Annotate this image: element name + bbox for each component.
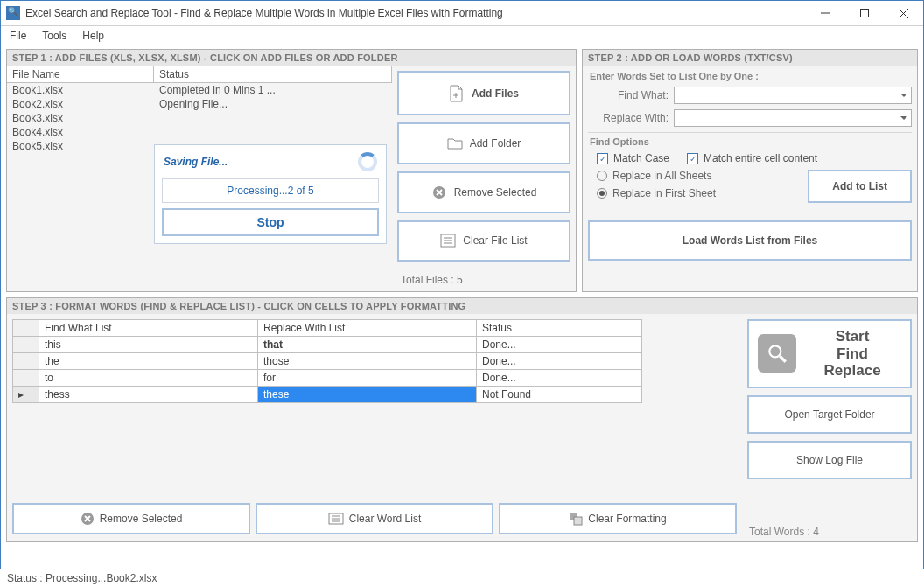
svg-point-22: [769, 346, 780, 358]
file-grid-header: File Name Status: [7, 66, 392, 83]
total-words-label: Total Words : 4: [747, 522, 912, 538]
folder-icon: [447, 136, 463, 151]
window-title: Excel Search and Replace Tool - Find & R…: [25, 7, 805, 19]
replace-all-sheets-radio[interactable]: Replace in All Sheets: [597, 170, 716, 182]
svg-line-23: [780, 357, 786, 363]
minimize-button[interactable]: [805, 1, 844, 25]
step1-panel: STEP 1 : ADD FILES (XLS, XLSX, XLSM) - C…: [6, 49, 577, 292]
word-row[interactable]: thethoseDone...: [13, 353, 642, 370]
row-header-blank: [13, 320, 39, 337]
start-find-replace-button[interactable]: StartFindReplace: [747, 319, 912, 388]
check-icon: ✓: [687, 153, 698, 164]
step2-header: STEP 2 : ADD OR LOAD WORDS (TXT/CSV): [583, 50, 917, 66]
step3-header: STEP 3 : FORMAT WORDS (FIND & REPLACE LI…: [7, 298, 917, 314]
svg-rect-1: [860, 10, 868, 17]
clear-word-list-button[interactable]: Clear Word List: [256, 503, 494, 534]
app-icon: [6, 6, 20, 20]
replace-with-label: Replace With:: [588, 112, 668, 124]
menu-bar: File Tools Help: [1, 26, 923, 45]
clear-format-icon: [569, 512, 583, 526]
grid-header-row: Find What List Replace With List Status: [13, 320, 642, 337]
step2-panel: STEP 2 : ADD OR LOAD WORDS (TXT/CSV) Ent…: [582, 49, 918, 292]
file-row[interactable]: Book2.xlsxOpening File...: [7, 97, 392, 111]
open-target-folder-button[interactable]: Open Target Folder: [747, 395, 912, 434]
remove-icon: [80, 512, 94, 526]
remove-word-button[interactable]: Remove Selected: [12, 503, 250, 534]
file-grid[interactable]: File Name Status Book1.xlsxCompleted in …: [7, 66, 392, 290]
total-files-label: Total Files : 5: [397, 269, 570, 286]
start-button-label: StartFindReplace: [803, 328, 901, 380]
clear-file-list-button[interactable]: Clear File List: [397, 220, 570, 262]
close-button[interactable]: [884, 1, 923, 25]
add-files-button[interactable]: Add Files: [397, 71, 570, 115]
add-to-list-button[interactable]: Add to List: [808, 170, 912, 203]
radio-icon: [597, 171, 607, 181]
add-folder-button[interactable]: Add Folder: [397, 122, 570, 164]
step3-panel: STEP 3 : FORMAT WORDS (FIND & REPLACE LI…: [6, 297, 918, 542]
svg-rect-21: [574, 517, 582, 525]
find-options-header: Find Options: [588, 136, 912, 150]
find-what-label: Find What:: [588, 89, 668, 101]
clear-formatting-button[interactable]: Clear Formatting: [499, 503, 737, 534]
maximize-button[interactable]: [844, 1, 884, 25]
file-row[interactable]: Book4.xlsx: [7, 125, 392, 139]
clear-list-icon: [440, 233, 456, 248]
add-folder-label: Add Folder: [470, 137, 522, 150]
match-entire-checkbox[interactable]: ✓Match entire cell content: [687, 152, 817, 164]
remove-selected-label: Remove Selected: [454, 186, 537, 199]
menu-tools[interactable]: Tools: [42, 30, 66, 42]
check-icon: ✓: [597, 153, 608, 164]
show-log-file-button[interactable]: Show Log File: [747, 441, 912, 479]
add-files-label: Add Files: [472, 87, 519, 100]
col-filename[interactable]: File Name: [7, 66, 154, 82]
col-find-what[interactable]: Find What List: [39, 320, 258, 337]
file-row[interactable]: Book1.xlsxCompleted in 0 Mins 1 ...: [7, 83, 392, 97]
find-what-combo[interactable]: [674, 87, 912, 104]
word-row[interactable]: toforDone...: [13, 370, 642, 387]
remove-selected-button[interactable]: Remove Selected: [397, 171, 570, 213]
replace-with-combo[interactable]: [674, 109, 912, 127]
col-replace-with[interactable]: Replace With List: [258, 320, 477, 337]
title-bar: Excel Search and Replace Tool - Find & R…: [1, 1, 923, 26]
magnifier-icon: [758, 334, 796, 373]
progress-saving-label: Saving File...: [164, 156, 228, 168]
match-case-checkbox[interactable]: ✓Match Case: [597, 152, 669, 164]
step2-subheader: Enter Words Set to List One by One :: [588, 67, 912, 87]
remove-icon: [431, 185, 447, 200]
col-status[interactable]: Status: [154, 66, 392, 82]
load-words-button[interactable]: Load Words List from Files: [588, 220, 912, 261]
status-text: Status : Processing...Book2.xlsx: [7, 572, 157, 584]
radio-icon: [597, 188, 607, 199]
word-row-selected[interactable]: ▸thesstheseNot Found: [13, 387, 642, 403]
menu-file[interactable]: File: [10, 30, 26, 42]
word-row[interactable]: thisthatDone...: [13, 337, 642, 353]
replace-first-sheet-radio[interactable]: Replace in First Sheet: [597, 187, 716, 199]
word-list-grid[interactable]: Find What List Replace With List Status …: [12, 319, 642, 403]
clear-list-icon: [328, 513, 344, 525]
menu-help[interactable]: Help: [82, 30, 104, 42]
file-row[interactable]: Book3.xlsx: [7, 111, 392, 125]
progress-processing-label: Processing...2 of 5: [162, 178, 379, 203]
progress-card: Saving File... Processing...2 of 5 Stop: [154, 144, 387, 244]
clear-file-list-label: Clear File List: [463, 234, 527, 247]
stop-button[interactable]: Stop: [162, 208, 379, 236]
status-bar: Status : Processing...Book2.xlsx: [0, 569, 924, 586]
col-word-status[interactable]: Status: [477, 320, 642, 337]
step1-header: STEP 1 : ADD FILES (XLS, XLSX, XLSM) - C…: [7, 50, 576, 66]
file-add-icon: [449, 86, 465, 101]
spinner-icon: [358, 152, 377, 171]
